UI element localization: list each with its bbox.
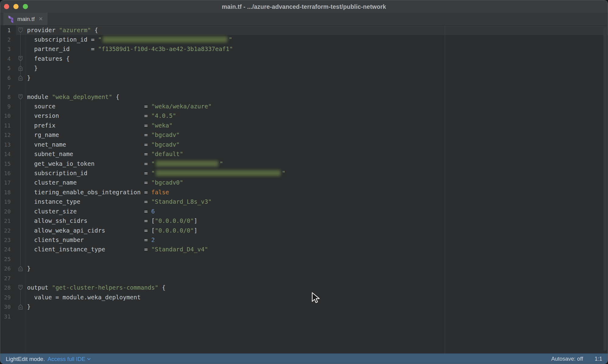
code-token: value = module.weka_deployment: [27, 294, 141, 301]
code-line: 27: [0, 274, 608, 283]
fold-close-icon[interactable]: [18, 304, 23, 311]
code-token: "0.0.0.0/0": [155, 217, 194, 224]
code-text: partner_id = "f13589d1-f10d-4c3b-ae42-3b…: [27, 44, 233, 54]
code-line: 7: [0, 83, 608, 92]
code-token: "weka/weka/azure": [151, 103, 212, 110]
access-full-ide-link[interactable]: Access full IDE: [48, 356, 91, 362]
code-line: 1provider "azurerm" {: [0, 26, 608, 35]
line-number: 16: [0, 168, 11, 178]
code-token: subnet_name =: [27, 151, 151, 158]
code-token: {: [112, 94, 119, 100]
line-number: 25: [0, 254, 11, 264]
tab-strip: main.tf ✕: [0, 13, 608, 26]
code-token: ": [151, 160, 155, 167]
line-number: 4: [0, 54, 11, 63]
code-token: "azurerm": [59, 27, 91, 34]
code-line: 28output "get-cluster-helpers-commands" …: [0, 283, 608, 292]
code-token: "bgcadv0": [151, 179, 183, 186]
code-token: "f13589d1-f10d-4c3b-ae42-3b1a8337eaf1": [98, 46, 233, 53]
code-line: 13 vnet_name = "bgcadv": [0, 140, 608, 149]
code-text: provider "azurerm" {: [27, 26, 98, 35]
code-token: subscription_id =: [27, 170, 151, 177]
code-token: instance_type =: [27, 198, 151, 205]
code-text: rg_name = "bgcadv": [27, 130, 180, 140]
fold-close-icon[interactable]: [18, 75, 23, 82]
code-line: 5 }: [0, 63, 608, 73]
code-text: }: [27, 264, 31, 273]
redacted-value: [156, 161, 218, 167]
line-number: 24: [0, 245, 11, 254]
line-number: 1: [0, 26, 11, 35]
code-token: [: [151, 217, 155, 224]
caret-position-widget[interactable]: 1:1: [595, 356, 602, 362]
code-token: client_instance_type =: [27, 246, 151, 253]
line-number: 6: [0, 73, 11, 83]
code-text: allow_ssh_cidrs = ["0.0.0.0/0"]: [27, 216, 197, 226]
code-token: subscription_id =: [27, 36, 98, 43]
fold-range-line: [20, 62, 21, 65]
code-text: clients_number = 2: [27, 235, 155, 245]
code-line: 31: [0, 312, 608, 321]
code-token: module: [27, 94, 52, 100]
code-line: 30}: [0, 302, 608, 311]
chevron-down-icon: [87, 358, 91, 360]
line-number: 18: [0, 188, 11, 197]
line-number: 23: [0, 235, 11, 245]
line-number: 31: [0, 312, 11, 321]
fold-range-line: [20, 34, 21, 75]
code-text: features {: [27, 54, 70, 63]
line-number: 15: [0, 159, 11, 168]
code-text: value = module.weka_deployment: [27, 293, 141, 302]
code-token: output: [27, 284, 52, 291]
redacted-value: [103, 36, 227, 43]
code-line: 3 partner_id = "f13589d1-f10d-4c3b-ae42-…: [0, 44, 608, 54]
code-token: 2: [151, 236, 155, 243]
tab-main-tf[interactable]: main.tf ✕: [3, 13, 48, 25]
code-text: }: [27, 302, 31, 311]
line-number: 12: [0, 130, 11, 140]
access-full-ide-label: Access full IDE: [48, 356, 85, 362]
fold-close-icon[interactable]: [18, 265, 23, 273]
code-token: [: [151, 227, 155, 234]
line-number: 29: [0, 293, 11, 302]
vertical-scrollbar[interactable]: [603, 27, 607, 351]
line-number: 30: [0, 302, 11, 311]
code-token: }: [27, 65, 38, 72]
code-line: 26}: [0, 264, 608, 273]
line-number: 2: [0, 35, 11, 44]
lightedit-mode-label: LightEdit mode.: [6, 356, 45, 362]
code-text: tiering_enable_obs_integration = false: [27, 188, 169, 197]
code-token: "default": [151, 151, 183, 158]
code-line: 17 cluster_name = "bgcadv0": [0, 178, 608, 187]
line-number: 17: [0, 178, 11, 187]
code-token: {: [158, 284, 165, 291]
code-line: 2 subscription_id = "": [0, 35, 608, 44]
code-text: }: [27, 73, 31, 83]
code-line: 23 clients_number = 2: [0, 235, 608, 245]
code-token: allow_ssh_cidrs =: [27, 217, 151, 224]
line-number: 14: [0, 149, 11, 159]
code-line: 11 prefix = "weka": [0, 121, 608, 130]
code-line: 22 allow_weka_api_cidrs = ["0.0.0.0/0"]: [0, 226, 608, 235]
line-number: 27: [0, 274, 11, 283]
tab-close-icon[interactable]: ✕: [39, 16, 43, 22]
code-text: get_weka_io_token = "": [27, 159, 223, 168]
code-text: vnet_name = "bgcadv": [27, 140, 180, 149]
code-text: instance_type = "Standard_L8s_v3": [27, 197, 212, 206]
code-token: features {: [27, 55, 70, 62]
line-number: 19: [0, 197, 11, 206]
autosave-status: Autosave: off: [551, 356, 583, 362]
code-token: "4.0.5": [151, 112, 176, 119]
code-line: 10 version = "4.0.5": [0, 111, 608, 121]
code-token: }: [27, 265, 31, 272]
code-line: 21 allow_ssh_cidrs = ["0.0.0.0/0"]: [0, 216, 608, 226]
code-token: get_weka_io_token =: [27, 160, 151, 167]
code-token: ": [229, 36, 232, 43]
code-token: ": [219, 160, 223, 167]
redacted-value: [156, 170, 281, 176]
line-number: 11: [0, 121, 11, 130]
title-bar[interactable]: main.tf - .../azure-advanced-terraform-t…: [0, 0, 608, 13]
code-text: module "weka_deployment" {: [27, 92, 119, 102]
code-token: }: [27, 303, 31, 310]
code-text: allow_weka_api_cidrs = ["0.0.0.0/0"]: [27, 226, 197, 235]
